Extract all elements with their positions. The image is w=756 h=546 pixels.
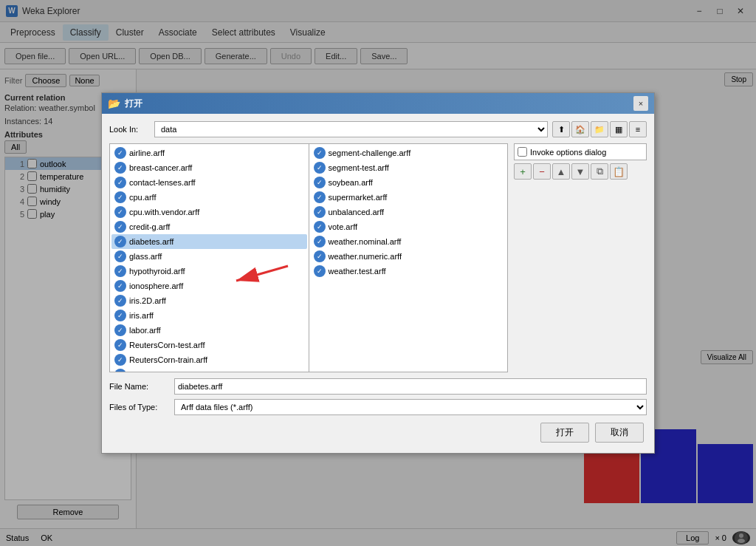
dialog-body: Look In: data ⬆ 🏠 📁 ▦ ≡	[102, 114, 654, 453]
file-name-vote: vote.arff	[329, 222, 358, 231]
filename-input[interactable]	[174, 378, 647, 395]
file-name-weather-numeric: weather.numeric.arff	[329, 252, 402, 261]
file-icon-reuters-corn-train	[114, 354, 126, 366]
file-segment-challenge[interactable]: segment-challenge.arff	[311, 146, 506, 160]
file-glass[interactable]: glass.arff	[111, 249, 307, 264]
file-soybean[interactable]: soybean.arff	[311, 175, 506, 190]
file-icon-iris2d	[114, 295, 126, 307]
file-icon-iris	[114, 310, 126, 321]
invoke-options-row: Invoke options dialog	[514, 143, 647, 160]
file-reuters-corn-train[interactable]: ReutersCorn-train.arff	[111, 352, 307, 367]
file-vote[interactable]: vote.arff	[311, 219, 506, 234]
file-name-supermarket: supermarket.arff	[329, 193, 388, 202]
file-dialog: 📂 打开 × Look In: data ⬆ 🏠 📁 ▦ ≡	[101, 92, 655, 454]
file-list-area: airline.arff breast-cancer.arff contact-…	[109, 143, 647, 372]
file-name-credit-g: credit-g.arff	[129, 222, 170, 231]
file-ionosphere[interactable]: ionosphere.arff	[111, 279, 307, 293]
dialog-cancel-button[interactable]: 取消	[595, 423, 644, 443]
filetype-select[interactable]: Arff data files (*.arff)	[174, 399, 647, 415]
file-icon-segment-challenge	[314, 147, 326, 159]
dialog-titlebar: 📂 打开 ×	[102, 93, 654, 114]
file-name-iris: iris.arff	[129, 311, 154, 320]
file-credit-g[interactable]: credit-g.arff	[111, 219, 307, 234]
file-name-weather-test: weather.test.arff	[329, 267, 386, 276]
file-list-right: segment-challenge.arff segment-test.arff…	[309, 143, 509, 372]
file-name-diabetes: diabetes.arff	[129, 237, 173, 246]
file-icon-airline	[114, 147, 126, 159]
dialog-title: 打开	[125, 98, 633, 110]
file-cpu[interactable]: cpu.arff	[111, 190, 307, 205]
nav-up-btn[interactable]: ⬆	[552, 121, 570, 137]
file-icon-reuters-corn-test	[114, 339, 126, 351]
file-icon-vote	[314, 221, 326, 233]
file-weather-numeric[interactable]: weather.numeric.arff	[311, 249, 506, 264]
file-hypothyroid[interactable]: hypothyroid.arff	[111, 264, 307, 279]
lookin-toolbar: ⬆ 🏠 📁 ▦ ≡	[552, 121, 647, 137]
file-airline[interactable]: airline.arff	[111, 146, 307, 160]
file-icon-breast-cancer	[114, 162, 126, 174]
file-weather-nominal[interactable]: weather.nominal.arff	[311, 234, 506, 249]
file-name-soybean: soybean.arff	[329, 178, 373, 187]
file-name-contact-lenses: contact-lenses.arff	[129, 178, 196, 187]
file-supermarket[interactable]: supermarket.arff	[311, 190, 506, 205]
file-unbalanced[interactable]: unbalanced.arff	[311, 205, 506, 219]
view-grid-btn[interactable]: ▦	[610, 121, 628, 137]
lookin-select[interactable]: data	[154, 121, 548, 137]
file-iris[interactable]: iris.arff	[111, 308, 307, 323]
file-icon-contact-lenses	[114, 177, 126, 188]
file-icon-weather-nominal	[314, 236, 326, 248]
copy-btn[interactable]: ⧉	[591, 163, 608, 180]
paste-btn[interactable]: 📋	[610, 163, 628, 180]
file-name-weather-nominal: weather.nominal.arff	[329, 237, 402, 246]
file-icon-segment-test	[314, 162, 326, 174]
file-breast-cancer[interactable]: breast-cancer.arff	[111, 160, 307, 175]
file-icon-soybean	[314, 177, 326, 188]
filename-row: File Name:	[109, 378, 647, 395]
file-name-reuters-corn-test: ReutersCorn-test.arff	[129, 341, 205, 349]
file-icon-cpu-vendor	[114, 206, 126, 218]
nav-home-btn[interactable]: 🏠	[571, 121, 589, 137]
remove-file-btn[interactable]: −	[533, 163, 551, 180]
file-icon-supermarket	[314, 191, 326, 203]
file-weather-test[interactable]: weather.test.arff	[311, 264, 506, 279]
file-name-reuters-corn-train: ReutersCorn-train.arff	[129, 355, 207, 364]
lookin-label: Look In:	[109, 125, 150, 134]
add-file-btn[interactable]: +	[514, 163, 532, 180]
file-name-labor: labor.arff	[129, 326, 161, 335]
move-down-btn[interactable]: ▼	[571, 163, 589, 180]
filetype-row: Files of Type: Arff data files (*.arff)	[109, 399, 647, 415]
file-icon-hypothyroid	[114, 265, 126, 277]
lookin-row: Look In: data ⬆ 🏠 📁 ▦ ≡	[109, 121, 647, 137]
dialog-open-button[interactable]: 打开	[540, 423, 589, 443]
file-name-airline: airline.arff	[129, 149, 165, 157]
file-name-hypothyroid: hypothyroid.arff	[129, 267, 185, 276]
file-icon-glass	[114, 250, 126, 262]
file-icon-weather-test	[314, 265, 326, 277]
file-segment-test[interactable]: segment-test.arff	[311, 160, 506, 175]
invoke-options-checkbox[interactable]	[518, 147, 527, 157]
view-list-btn[interactable]: ≡	[629, 121, 647, 137]
file-cpu-vendor[interactable]: cpu.with.vendor.arff	[111, 205, 307, 219]
file-name-cpu-vendor: cpu.with.vendor.arff	[129, 208, 199, 216]
dialog-folder-icon: 📂	[108, 98, 120, 109]
file-icon-ionosphere	[114, 280, 126, 292]
file-name-glass: glass.arff	[129, 252, 162, 261]
file-name-breast-cancer: breast-cancer.arff	[129, 163, 192, 172]
move-up-btn[interactable]: ▲	[552, 163, 570, 180]
file-name-ionosphere: ionosphere.arff	[129, 281, 183, 290]
file-icon-cpu	[114, 191, 126, 203]
file-toolbar-icons: + − ▲ ▼ ⧉ 📋	[514, 163, 647, 180]
file-list-left: airline.arff breast-cancer.arff contact-…	[109, 143, 309, 372]
dialog-close-button[interactable]: ×	[633, 96, 648, 111]
nav-new-folder-btn[interactable]: 📁	[591, 121, 608, 137]
file-labor[interactable]: labor.arff	[111, 323, 307, 338]
filename-label: File Name:	[109, 382, 168, 391]
file-reuters-corn-test[interactable]: ReutersCorn-test.arff	[111, 338, 307, 352]
file-contact-lenses[interactable]: contact-lenses.arff	[111, 175, 307, 190]
file-iris2d[interactable]: iris.2D.arff	[111, 293, 307, 308]
file-name-unbalanced: unbalanced.arff	[329, 208, 385, 216]
file-reuters-grain-test[interactable]: ReutersGrain-test.arff	[111, 367, 307, 372]
file-diabetes[interactable]: diabetes.arff	[111, 234, 307, 249]
file-icon-labor	[114, 324, 126, 336]
file-name-iris2d: iris.2D.arff	[129, 296, 166, 305]
